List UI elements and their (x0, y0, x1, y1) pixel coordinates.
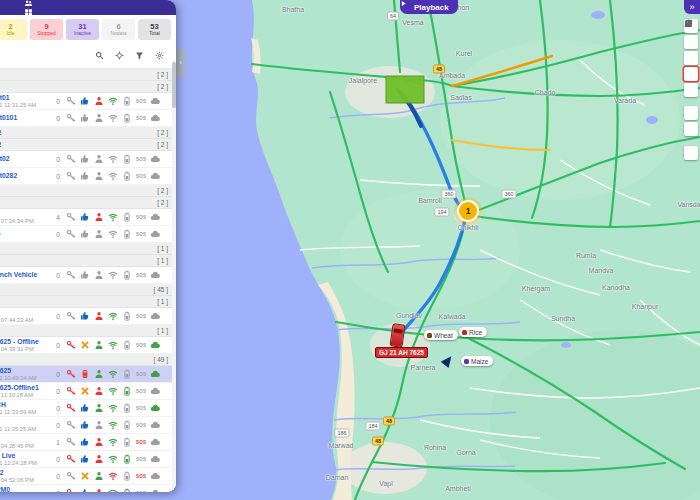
vehicle-status-icon[interactable] (80, 270, 90, 280)
gps-signal-icon[interactable] (108, 270, 118, 280)
ignition-key-icon[interactable] (66, 420, 76, 430)
sos-label[interactable]: SOS (136, 389, 146, 394)
vehicle-row[interactable]: CH 21 11:33:59 AM 0 SOS (0, 400, 176, 417)
gps-signal-icon[interactable] (108, 229, 118, 239)
group-header-row[interactable]: [ 1 ] (0, 255, 176, 267)
vehicle-name-link[interactable]: 7625 (0, 367, 54, 375)
vehicle-status-icon[interactable] (80, 340, 90, 350)
search-icon[interactable] (95, 46, 104, 64)
status-tab[interactable]: 6 Nodata (102, 19, 135, 40)
gps-signal-icon[interactable] (108, 154, 118, 164)
status-tab[interactable]: 9 Stopped (30, 19, 63, 40)
vehicle-status-icon[interactable] (80, 229, 90, 239)
server-status-icon[interactable] (150, 229, 160, 239)
driver-icon[interactable] (94, 171, 104, 181)
filter-icon[interactable] (135, 46, 144, 64)
server-status-icon[interactable] (150, 311, 160, 321)
measure-distance-button[interactable] (684, 67, 698, 81)
driver-icon[interactable] (94, 403, 104, 413)
vehicle-status-icon[interactable] (80, 212, 90, 222)
vehicle-status-icon[interactable] (80, 113, 90, 123)
sos-label[interactable]: SOS (136, 423, 146, 428)
ignition-key-icon[interactable] (66, 403, 76, 413)
vehicle-row[interactable]: PM0 0 06:12:11 PM 0 SOS (0, 485, 176, 492)
vehicle-row[interactable]: st02 0 SOS (0, 151, 176, 168)
gps-signal-icon[interactable] (108, 471, 118, 481)
group-header-row[interactable]: 1 [ 2 ] (0, 81, 176, 93)
ignition-key-icon[interactable] (66, 340, 76, 350)
vehicle-name-link[interactable]: 02 (0, 469, 54, 477)
vehicle-name-link[interactable]: anch Vehicle (0, 271, 54, 279)
group-header-row[interactable]: [ 1 ] (0, 325, 176, 337)
ignition-key-icon[interactable] (66, 471, 76, 481)
server-status-icon[interactable] (150, 96, 160, 106)
vehicle-row[interactable]: e 0 04:28:45 PM 1 SOS (0, 434, 176, 451)
driver-icon[interactable] (94, 437, 104, 447)
status-tab[interactable]: 53 Total (138, 19, 171, 40)
vehicle-status-icon[interactable] (80, 471, 90, 481)
vehicle-status-icon[interactable] (80, 311, 90, 321)
vehicle-cluster-marker[interactable]: 1 (457, 200, 479, 222)
gps-signal-icon[interactable] (108, 403, 118, 413)
vehicle-status-icon[interactable] (80, 369, 90, 379)
battery-icon[interactable] (122, 488, 132, 492)
vehicle-name-link[interactable]: st02 (0, 155, 54, 163)
vehicle-status-icon[interactable] (80, 154, 90, 164)
driver-icon[interactable] (94, 420, 104, 430)
ignition-key-icon[interactable] (66, 212, 76, 222)
battery-icon[interactable] (122, 471, 132, 481)
server-status-icon[interactable] (150, 488, 160, 492)
server-status-icon[interactable] (150, 403, 160, 413)
vehicle-plate-label[interactable]: GJ 21 AH 7625 (375, 347, 428, 358)
server-status-icon[interactable] (150, 454, 160, 464)
driver-icon[interactable] (94, 212, 104, 222)
zoom-out-button[interactable] (684, 122, 698, 136)
ignition-key-icon[interactable] (66, 488, 76, 492)
vehicle-group-icon[interactable] (24, 0, 33, 8)
sos-label[interactable]: SOS (136, 343, 146, 348)
vehicle-name-link[interactable]: st0282 (0, 172, 54, 180)
vehicle-status-icon[interactable] (80, 96, 90, 106)
ignition-key-icon[interactable] (66, 96, 76, 106)
crop-label-chip[interactable]: Rice (459, 327, 487, 337)
battery-icon[interactable] (122, 420, 132, 430)
vehicle-name-link[interactable]: 1 (0, 418, 54, 426)
ignition-key-icon[interactable] (66, 311, 76, 321)
driver-icon[interactable] (94, 454, 104, 464)
settings-icon[interactable] (155, 46, 164, 64)
street-view-button[interactable] (684, 35, 698, 49)
driver-icon[interactable] (94, 488, 104, 492)
vehicle-row[interactable]: e Live 21 12:24:28 PM 0 SOS (0, 451, 176, 468)
collapse-panel-button[interactable]: ‹ (176, 48, 185, 78)
battery-icon[interactable] (122, 113, 132, 123)
sos-label[interactable]: SOS (136, 174, 146, 179)
server-status-icon[interactable] (150, 270, 160, 280)
gps-signal-icon[interactable] (108, 340, 118, 350)
vehicle-row[interactable]: 7625 21 10:49:34 AM 0 SOS (0, 366, 176, 383)
server-status-icon[interactable] (150, 212, 160, 222)
battery-icon[interactable] (122, 386, 132, 396)
vehicle-row[interactable]: 7625 - Offline 0 04:39:31 PM 0 SOS (0, 337, 176, 354)
driver-icon[interactable] (94, 311, 104, 321)
zoom-in-button[interactable] (684, 106, 698, 120)
server-status-icon[interactable] (150, 340, 160, 350)
vehicle-name-link[interactable]: z (0, 210, 54, 218)
vehicle-status-icon[interactable] (80, 403, 90, 413)
driver-icon[interactable] (94, 113, 104, 123)
group-header-row[interactable]: 12 [ 2 ] (0, 139, 176, 151)
ignition-key-icon[interactable] (66, 437, 76, 447)
driver-icon[interactable] (94, 270, 104, 280)
vehicle-name-link[interactable]: e Live (0, 452, 54, 460)
gps-signal-icon[interactable] (108, 96, 118, 106)
vehicle-row[interactable]: st0101 0 SOS (0, 110, 176, 127)
battery-icon[interactable] (122, 270, 132, 280)
crop-label-chip[interactable]: Wheat (424, 330, 458, 340)
draw-button[interactable] (684, 83, 698, 97)
vehicle-row[interactable]: S 0 SOS (0, 226, 176, 243)
geofence-rectangle[interactable] (386, 76, 424, 103)
battery-icon[interactable] (122, 171, 132, 181)
sos-label[interactable]: SOS (136, 314, 146, 319)
vehicle-name-link[interactable]: 7625-Offline1 (0, 384, 54, 392)
battery-icon[interactable] (122, 403, 132, 413)
vehicle-name-link[interactable]: CH (0, 401, 54, 409)
